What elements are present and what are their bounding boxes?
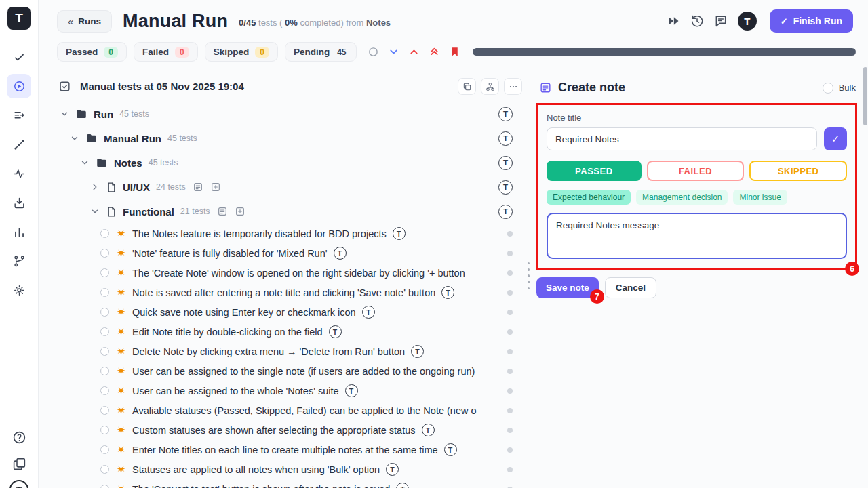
test-status-circle[interactable] xyxy=(100,229,109,238)
bookmark-icon[interactable] xyxy=(449,46,460,58)
more-options-icon[interactable] xyxy=(504,78,522,95)
testomat-badge[interactable]: T xyxy=(329,325,342,338)
status-passed-button[interactable]: PASSED xyxy=(547,161,642,181)
sidebar-item-tests[interactable] xyxy=(7,45,31,69)
chevron-right-icon[interactable] xyxy=(90,182,100,192)
test-row[interactable]: Custom statuses are shown after selectin… xyxy=(57,420,529,440)
scrollbar-thumb[interactable] xyxy=(863,67,867,125)
quick-save-button[interactable]: ✓ xyxy=(824,127,847,150)
testomat-badge[interactable]: T xyxy=(393,227,406,240)
test-row[interactable]: Delete Note by clicking extra menu → 'De… xyxy=(57,342,529,361)
suite-row[interactable]: Notes45 testsT xyxy=(57,150,529,175)
testomat-badge[interactable]: T xyxy=(498,107,513,121)
suite-row[interactable]: UI/UX24 testsT xyxy=(57,175,529,199)
test-row[interactable]: User can be assigned to the single note … xyxy=(57,361,529,381)
bulk-toggle[interactable]: Bulk xyxy=(823,83,856,94)
test-row[interactable]: Quick save note using Enter key or check… xyxy=(57,302,529,322)
rerun-history-icon[interactable] xyxy=(690,14,704,28)
app-logo[interactable]: T xyxy=(7,7,31,30)
chevron-down-icon[interactable] xyxy=(60,109,69,119)
finish-run-button[interactable]: ✓ Finish Run xyxy=(770,9,853,33)
tag-chip[interactable]: Expected behaviour xyxy=(547,190,631,205)
unexecuted-filter-icon[interactable] xyxy=(368,46,379,58)
panel-resize-handle[interactable] xyxy=(526,262,532,289)
suite-row[interactable]: Manual Run45 testsT xyxy=(57,126,529,150)
test-row[interactable]: Enter Note titles on each line to create… xyxy=(57,440,529,460)
sidebar-item-branches[interactable] xyxy=(7,249,31,273)
test-status-circle[interactable] xyxy=(100,426,109,434)
test-status-circle[interactable] xyxy=(100,288,109,297)
tag-chip[interactable]: Minor issue xyxy=(733,190,787,205)
test-status-circle[interactable] xyxy=(100,327,109,336)
tag-chip[interactable]: Management decision xyxy=(636,190,728,205)
test-status-circle[interactable] xyxy=(100,367,109,375)
back-to-runs-button[interactable]: « Runs xyxy=(57,10,112,33)
testomat-badge[interactable]: T xyxy=(334,247,347,260)
tree-view-icon[interactable] xyxy=(481,78,499,95)
testomat-badge[interactable]: T xyxy=(444,443,457,456)
test-row[interactable]: Avaliable statuses (Passed, Skipped, Fai… xyxy=(57,401,529,420)
sidebar-item-analytics[interactable] xyxy=(7,220,31,244)
filter-pending-button[interactable]: Pending45 xyxy=(285,42,357,62)
test-row[interactable]: The 'Convert to test' button is shown af… xyxy=(57,479,529,488)
suite-note-icon[interactable] xyxy=(193,182,203,192)
chevron-down-icon[interactable] xyxy=(90,207,100,216)
chevron-down-icon[interactable] xyxy=(80,158,90,167)
sidebar-item-settings[interactable] xyxy=(7,278,31,302)
testomat-badge[interactable]: T xyxy=(498,131,513,146)
testomat-badge[interactable]: T xyxy=(362,306,375,319)
testomat-badge[interactable]: T xyxy=(422,424,435,436)
source-suite-link[interactable]: Notes xyxy=(366,18,391,28)
sidebar-item-runs[interactable] xyxy=(7,74,31,98)
filter-failed-button[interactable]: Failed0 xyxy=(134,42,198,62)
testomat-badge[interactable]: T xyxy=(498,156,513,170)
testomat-badge[interactable]: T xyxy=(498,180,513,195)
select-all-icon[interactable] xyxy=(58,80,71,93)
testomat-badge[interactable]: T xyxy=(441,286,454,299)
test-row[interactable]: User can be assigned to the whole 'Notes… xyxy=(57,381,529,401)
copy-icon[interactable] xyxy=(458,78,476,95)
note-message-input[interactable]: Required Notes message xyxy=(547,213,847,259)
test-row[interactable]: Edit Note title by double-clicking on th… xyxy=(57,322,529,342)
jump-top-icon[interactable] xyxy=(429,46,440,58)
test-status-circle[interactable] xyxy=(100,347,109,356)
testomat-badge[interactable]: T xyxy=(498,205,513,219)
suite-add-icon[interactable] xyxy=(235,206,245,217)
sidebar-item-import[interactable] xyxy=(7,190,31,215)
sidebar-item-run-archive[interactable] xyxy=(7,103,31,127)
bulk-checkbox[interactable] xyxy=(823,83,833,94)
save-note-button[interactable]: Save note 7 xyxy=(536,277,599,298)
test-row[interactable]: Note is saved after entering a note titl… xyxy=(57,283,529,302)
test-row[interactable]: 'Note' feature is fully disabled for 'Mi… xyxy=(57,243,529,263)
testomat-badge[interactable]: T xyxy=(386,463,399,476)
cancel-button[interactable]: Cancel xyxy=(605,277,656,298)
test-row[interactable]: The Notes feature is temporarily disable… xyxy=(57,224,529,243)
filter-skipped-button[interactable]: Skipped0 xyxy=(205,42,278,62)
testomat-badge[interactable]: T xyxy=(396,483,409,488)
suite-row[interactable]: Functional21 testsT xyxy=(57,199,529,224)
sidebar-item-milestones[interactable] xyxy=(7,132,31,157)
chevron-down-icon[interactable] xyxy=(70,134,79,143)
suite-note-icon[interactable] xyxy=(217,206,228,217)
test-status-circle[interactable] xyxy=(100,485,109,488)
collapse-all-icon[interactable] xyxy=(388,46,399,58)
test-status-circle[interactable] xyxy=(100,308,109,317)
test-status-circle[interactable] xyxy=(100,406,109,415)
jump-up-icon[interactable] xyxy=(408,46,420,58)
test-status-circle[interactable] xyxy=(100,445,109,454)
fast-forward-icon[interactable] xyxy=(667,14,680,28)
status-skipped-button[interactable]: SKIPPED xyxy=(749,161,847,181)
status-failed-button[interactable]: FAILED xyxy=(647,161,745,181)
test-status-circle[interactable] xyxy=(100,386,109,395)
test-status-circle[interactable] xyxy=(100,268,109,277)
notes-icon[interactable] xyxy=(714,14,728,28)
suite-add-icon[interactable] xyxy=(210,182,221,192)
test-row[interactable]: The 'Create Note' window is opened on th… xyxy=(57,263,529,283)
test-row[interactable]: Statuses are applied to all notes when u… xyxy=(57,460,529,479)
test-status-circle[interactable] xyxy=(100,465,109,474)
testomat-badge[interactable]: T xyxy=(345,384,358,397)
suite-row[interactable]: Run45 testsT xyxy=(57,102,529,126)
testomat-mark-icon[interactable]: T xyxy=(9,480,28,488)
filter-passed-button[interactable]: Passed0 xyxy=(57,42,127,62)
testomat-badge[interactable]: T xyxy=(411,345,424,358)
